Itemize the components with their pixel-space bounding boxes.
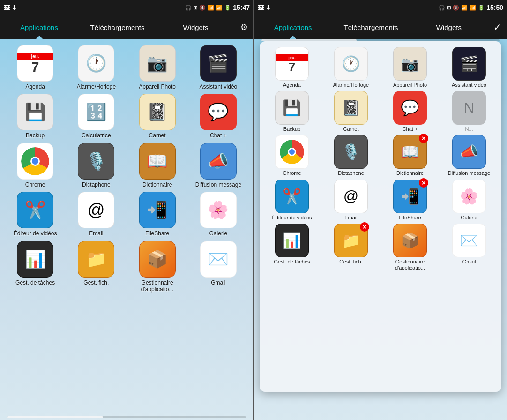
gear-icon: ⚙ [240, 22, 248, 32]
app-icon-chrome-left [17, 143, 53, 180]
app-backup-left[interactable]: 💾 Backup [6, 94, 65, 139]
float-app-gmail[interactable]: ✉️ Gmail [440, 224, 498, 271]
tab-telechargements-label: Téléchargements [90, 23, 145, 31]
settings-button-left[interactable]: ⚙ [235, 15, 254, 39]
app-alarm-left[interactable]: 🕐 Alarme/Horloge [67, 45, 126, 90]
delete-badge-fileshare[interactable]: × [419, 178, 428, 188]
app-carnet-left[interactable]: 📓 Carnet [128, 94, 187, 139]
tab-applications-left[interactable]: Applications [0, 15, 78, 39]
app-camera-left[interactable]: 📷 Appareil Photo [128, 45, 187, 90]
float-app-gestapp[interactable]: 📦 Gestionnaire d'applicatio... [381, 224, 439, 271]
app-icon-dictionary-left: 📖 [139, 143, 176, 180]
float-icon-editor: ✂️ [275, 180, 309, 213]
delete-badge-gestfich[interactable]: × [360, 222, 369, 232]
app-icon-calc-left: 🔢 [78, 94, 114, 130]
right-battery-icon: 🔋 [478, 5, 485, 11]
app-label-gmail-left: Gmail [211, 279, 225, 286]
app-chat-left[interactable]: 💬 Chat + [189, 94, 248, 139]
float-icon-gmail: ✉️ [452, 224, 486, 257]
wifi-icon: 📶 [208, 5, 214, 11]
app-calc-left[interactable]: 🔢 Calculatrice [67, 94, 126, 139]
tab-widgets-right[interactable]: Widgets [410, 15, 488, 39]
app-dictaphone-left[interactable]: 🎙️ Dictaphone [67, 143, 126, 188]
app-label-camera-left: Appareil Photo [139, 83, 176, 90]
float-app-camera[interactable]: 📷 Appareil Photo [381, 47, 439, 88]
left-time: 15:47 [233, 4, 250, 11]
app-icon-editor-left: ✂️ [17, 192, 53, 228]
app-label-backup-left: Backup [26, 132, 45, 139]
float-app-galerie[interactable]: 🌸 Galerie [440, 180, 498, 221]
app-agenda-left[interactable]: jeu. 7 Agenda [6, 45, 65, 90]
delete-badge-dictionary[interactable]: × [419, 134, 428, 143]
tab-applications-label-right: Applications [274, 23, 312, 31]
float-app-dictaphone[interactable]: 🎙️ Dictaphone [322, 135, 380, 176]
left-scrollbar[interactable] [7, 416, 246, 418]
left-status-bar: 🖼 ⬇ 🎧 ⊞ 🔇 📶 📶 🔋 15:47 [0, 0, 254, 15]
app-label-editor-left: Éditeur de vidéos [14, 230, 57, 237]
tab-telechargements-left[interactable]: Téléchargements [78, 15, 157, 39]
float-app-chat[interactable]: 💬 Chat + [381, 91, 439, 132]
float-app-chrome[interactable]: Chrome [263, 135, 321, 176]
float-icon-galerie: 🌸 [452, 180, 486, 213]
right-status-icons: 🖼 ⬇ [258, 4, 271, 11]
app-label-alarm-left: Alarme/Horloge [77, 83, 116, 90]
float-app-dictionary[interactable]: 📖 × Dictionnaire [381, 135, 439, 176]
app-fileshare-left[interactable]: 📲 FileShare [128, 192, 187, 237]
app-diffusion-left[interactable]: 📣 Diffusion message [189, 143, 248, 188]
app-label-calc-left: Calculatrice [82, 132, 111, 139]
float-app-agenda[interactable]: jeu. 7 Agenda [263, 47, 321, 88]
app-galerie-left[interactable]: 🌸 Galerie [189, 192, 248, 237]
app-label-chrome-left: Chrome [25, 181, 45, 188]
left-tab-bar: Applications Téléchargements Widgets ⚙ [0, 15, 254, 39]
app-label-video-left: Assistant vidéo [200, 83, 238, 90]
float-app-video[interactable]: 🎬 Assistant vidéo [440, 47, 498, 88]
tab-telechargements-right[interactable]: Téléchargements [332, 15, 410, 39]
app-label-galerie-left: Galerie [209, 230, 228, 237]
right-system-icons: 🎧 ⊞ 🔇 📶 📶 🔋 15:50 [439, 4, 503, 11]
floating-apps-grid: jeu. 7 Agenda 🕐 Alarme/Horloge 📷 Apparei… [263, 47, 498, 271]
float-label-fileshare: FileShare [399, 215, 421, 221]
float-label-alarm: Alarme/Horloge [333, 82, 369, 88]
app-email-left[interactable]: @ Email [67, 192, 126, 237]
screenshot-icon: 🖼 [4, 4, 10, 11]
app-gestfich-left[interactable]: 📁 Gest. fich. [67, 241, 126, 293]
checkmark-icon: ✓ [493, 22, 501, 33]
right-signal-icon: 📶 [470, 5, 476, 11]
app-editor-left[interactable]: ✂️ Éditeur de vidéos [6, 192, 65, 237]
tab-widgets-left[interactable]: Widgets [157, 15, 235, 39]
float-app-alarm[interactable]: 🕐 Alarme/Horloge [322, 47, 380, 88]
right-panel: 🖼 ⬇ 🎧 ⊞ 🔇 📶 📶 🔋 15:50 Applications Téléc… [254, 0, 507, 420]
float-app-editor[interactable]: ✂️ Éditeur de vidéos [263, 180, 321, 221]
left-system-icons: 🎧 ⊞ 🔇 📶 📶 🔋 15:47 [185, 4, 250, 11]
app-gestapp-left[interactable]: 📦 Gestionnaire d'applicatio... [128, 241, 187, 293]
float-app-fileshare[interactable]: 📲 × FileShare [381, 180, 439, 221]
app-icon-chat-left: 💬 [200, 94, 237, 130]
agenda-day-num: 7 [31, 60, 39, 74]
app-label-gestapp-left: Gestionnaire d'applicatio... [128, 279, 187, 293]
float-label-email: Email [344, 215, 358, 221]
left-apps-container: jeu. 7 Agenda 🕐 Alarme/Horloge 📷 Apparei… [0, 39, 254, 416]
app-label-dictionary-left: Dictionnaire [142, 181, 172, 188]
app-dictionary-left[interactable]: 📖 Dictionnaire [128, 143, 187, 188]
tab-applications-right[interactable]: Applications [254, 15, 332, 39]
app-video-left[interactable]: 🎬 Assistant vidéo [189, 45, 248, 90]
float-icon-agenda: jeu. 7 [275, 47, 309, 81]
app-gmail-left[interactable]: ✉️ Gmail [189, 241, 248, 293]
right-screenshot-icon: 🖼 [258, 4, 264, 11]
float-icon-gesttaches: 📊 [275, 224, 309, 257]
app-gesttaches-left[interactable]: 📊 Gest. de tâches [6, 241, 65, 293]
float-app-n-partial[interactable]: N N... [440, 91, 498, 132]
app-chrome-left[interactable]: Chrome [6, 143, 65, 188]
float-app-gesttaches[interactable]: 📊 Gest. de tâches [263, 224, 321, 271]
float-app-gestfich[interactable]: 📁 × Gest. fich. [322, 224, 380, 271]
float-app-carnet[interactable]: 📓 Carnet [322, 91, 380, 132]
app-icon-gesttaches-left: 📊 [17, 241, 53, 278]
float-label-dictaphone: Dictaphone [338, 170, 364, 176]
float-app-email[interactable]: @ Email [322, 180, 380, 221]
right-time: 15:50 [486, 4, 503, 11]
float-app-backup[interactable]: 💾 Backup [263, 91, 321, 132]
float-icon-carnet: 📓 [334, 91, 368, 125]
float-app-diffusion[interactable]: 📣 Diffusion message [440, 135, 498, 176]
app-icon-alarm-left: 🕐 [78, 45, 114, 82]
checkmark-button-right[interactable]: ✓ [488, 15, 507, 39]
